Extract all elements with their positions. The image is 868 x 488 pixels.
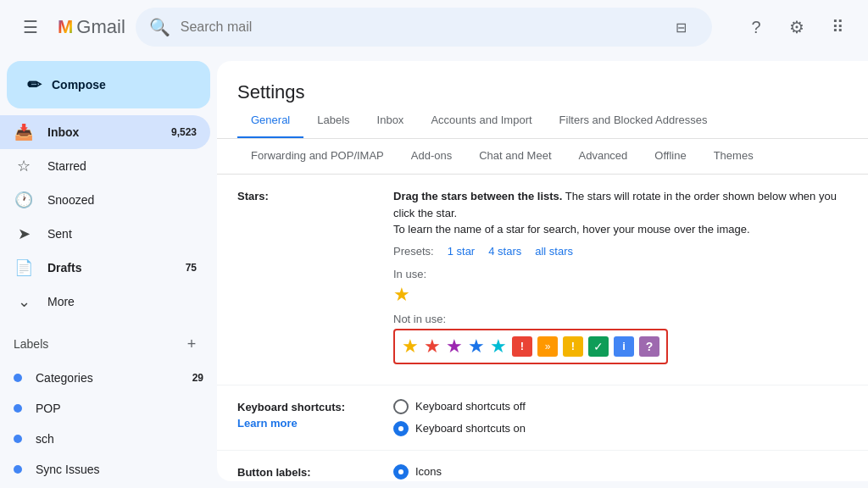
gmail-logo[interactable]: M Gmail	[58, 16, 125, 38]
add-label-button[interactable]: +	[180, 332, 203, 356]
badge-red-exclaim[interactable]: !	[512, 336, 532, 357]
help-icon: ?	[751, 18, 760, 37]
keyboard-on-label: Keyboard shortcuts on	[415, 422, 526, 435]
keyboard-off-label: Keyboard shortcuts off	[415, 400, 526, 413]
stars-row: Stars: Drag the stars between the lists.…	[217, 175, 868, 385]
compose-label: Compose	[52, 78, 106, 92]
settings-tabs-row1: General Labels Inbox Accounts and Import…	[217, 103, 868, 139]
settings-button[interactable]: ⚙	[780, 10, 814, 44]
sidebar-item-starred[interactable]: ☆ Starred	[0, 149, 210, 183]
sidebar-item-drafts[interactable]: 📄 Drafts 75	[0, 251, 210, 285]
sidebar-item-inbox[interactable]: 📥 Inbox 9,523	[0, 115, 210, 149]
button-labels-label: Button labels: Learn more	[237, 464, 373, 482]
sidebar-item-more[interactable]: ⌄ More	[0, 285, 210, 319]
stars-description: Drag the stars between the lists. The st…	[393, 188, 848, 238]
page-title: Settings	[217, 61, 868, 103]
keyboard-content: Keyboard shortcuts off Keyboard shortcut…	[393, 399, 848, 436]
presets-row: Presets: 1 star 4 stars all stars	[393, 245, 848, 258]
sidebar-item-sent[interactable]: ➤ Sent	[0, 217, 210, 251]
sent-icon: ➤	[14, 225, 34, 243]
star-cyan[interactable]: ★	[490, 336, 507, 358]
label-item-sch[interactable]: sch	[0, 424, 217, 454]
label-color-dot	[14, 465, 22, 474]
label-color-dot	[14, 374, 22, 382]
stars-box: ★ ★ ★ ★ ★ ! » ! ✓ i ?	[393, 329, 668, 364]
button-icons-label: Icons	[415, 465, 442, 478]
tab-general[interactable]: General	[237, 103, 303, 139]
star-blue[interactable]: ★	[468, 336, 485, 358]
preset-1star-link[interactable]: 1 star	[448, 245, 476, 258]
label-item-categories[interactable]: Categories 29	[0, 363, 217, 393]
keyboard-off-option[interactable]: Keyboard shortcuts off	[393, 399, 848, 414]
topbar-right: ? ⚙ ⠿	[739, 10, 854, 44]
label-item-test[interactable]: Test 1	[0, 485, 217, 488]
star-red[interactable]: ★	[424, 336, 441, 358]
stars-label: Stars:	[237, 188, 373, 202]
main-layout: ✏ Compose 📥 Inbox 9,523 ☆ Starred 🕐 Snoo…	[0, 54, 868, 488]
hamburger-button[interactable]: ☰	[14, 10, 47, 44]
star-orange-in-use[interactable]: ★	[393, 284, 410, 306]
star-icon: ☆	[14, 157, 34, 175]
badge-green-check[interactable]: ✓	[588, 336, 609, 357]
tab-advanced[interactable]: Advanced	[565, 139, 642, 175]
tab-forwarding[interactable]: Forwarding and POP/IMAP	[237, 139, 398, 175]
label-color-dot	[14, 404, 22, 413]
radio-icons-circle	[393, 464, 409, 480]
stars-content: Drag the stars between the lists. The st…	[393, 188, 848, 371]
labels-section-header: Labels +	[0, 325, 217, 363]
not-in-use-section: Not in use: ★ ★ ★ ★ ★ ! » !	[393, 313, 848, 364]
label-name: POP	[36, 402, 61, 415]
label-count: 29	[192, 372, 203, 384]
preset-4stars-link[interactable]: 4 stars	[488, 245, 521, 258]
search-input[interactable]	[181, 19, 654, 35]
drafts-label: Drafts	[47, 261, 172, 274]
inbox-icon: 📥	[14, 123, 34, 141]
preset-allstars-link[interactable]: all stars	[535, 245, 573, 258]
in-use-label: In use:	[393, 268, 426, 280]
tab-chat[interactable]: Chat and Meet	[465, 139, 565, 175]
not-in-use-stars: ★ ★ ★ ★ ★ ! » ! ✓ i ?	[393, 329, 848, 364]
drafts-icon: 📄	[14, 258, 34, 277]
label-item-sync-issues[interactable]: Sync Issues	[0, 454, 217, 485]
drafts-count: 75	[186, 262, 197, 274]
radio-on-circle	[393, 421, 409, 436]
keyboard-learn-more-link[interactable]: Learn more	[237, 417, 373, 430]
label-color-dot	[14, 435, 22, 443]
sidebar-item-snoozed[interactable]: 🕐 Snoozed	[0, 183, 210, 217]
button-icons-option[interactable]: Icons	[393, 464, 848, 480]
badge-yellow-exclaim[interactable]: !	[563, 336, 583, 357]
presets-label: Presets:	[393, 245, 434, 258]
label-item-pop[interactable]: POP	[0, 393, 217, 424]
in-use-stars: ★	[393, 284, 848, 306]
gmail-m-icon: M	[58, 16, 73, 38]
labels-heading: Labels	[14, 337, 48, 351]
badge-purple-question[interactable]: ?	[639, 336, 659, 357]
tab-accounts[interactable]: Accounts and Import	[417, 103, 545, 139]
button-labels-content: Icons Text	[393, 464, 848, 482]
apps-button[interactable]: ⠿	[821, 10, 854, 44]
settings-body: Stars: Drag the stars between the lists.…	[217, 175, 868, 481]
badge-orange-arrows[interactable]: »	[537, 336, 558, 357]
more-label: More	[47, 295, 197, 308]
sent-label: Sent	[47, 227, 197, 241]
tab-filters[interactable]: Filters and Blocked Addresses	[546, 103, 721, 139]
keyboard-shortcuts-row: Keyboard shortcuts: Learn more Keyboard …	[217, 385, 868, 451]
tab-themes[interactable]: Themes	[700, 139, 767, 175]
star-purple[interactable]: ★	[446, 336, 463, 358]
gmail-text: Gmail	[76, 16, 125, 38]
star-orange[interactable]: ★	[402, 336, 419, 358]
tab-addons[interactable]: Add-ons	[398, 139, 465, 175]
search-tune-button[interactable]: ⊟	[665, 10, 698, 44]
tab-labels[interactable]: Labels	[303, 103, 363, 139]
main-content: Settings General Labels Inbox Accounts a…	[217, 61, 868, 481]
snooze-icon: 🕐	[14, 191, 34, 209]
help-button[interactable]: ?	[739, 10, 773, 44]
button-labels-row: Button labels: Learn more Icons Text	[217, 451, 868, 482]
radio-off-circle	[393, 399, 409, 414]
keyboard-radio-group: Keyboard shortcuts off Keyboard shortcut…	[393, 399, 848, 436]
badge-blue-info[interactable]: i	[614, 336, 634, 357]
tab-offline[interactable]: Offline	[641, 139, 699, 175]
keyboard-on-option[interactable]: Keyboard shortcuts on	[393, 421, 848, 436]
tab-inbox[interactable]: Inbox	[364, 103, 418, 139]
compose-button[interactable]: ✏ Compose	[7, 61, 210, 108]
